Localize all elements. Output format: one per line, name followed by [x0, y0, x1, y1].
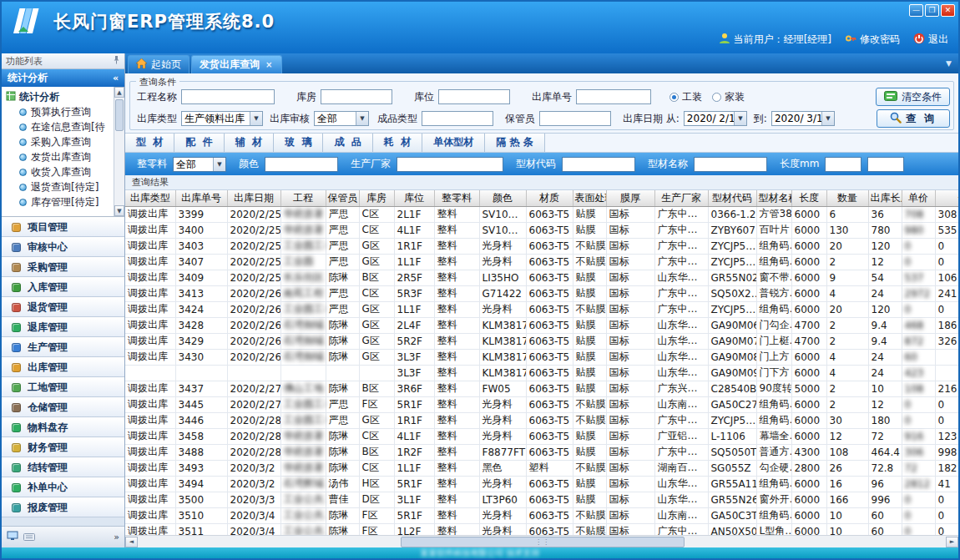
table-row[interactable]: 调拨出库 3429 2020/2/26 石湾御城 陈琳 G区 5R2F 整料 K… [125, 333, 958, 349]
tree-scrollbar[interactable]: ▲ ▼ [114, 87, 124, 216]
tree-item[interactable]: 预算执行查询 [19, 104, 113, 119]
warehouse-input[interactable] [321, 89, 392, 104]
outbound-type-select[interactable]: 生产领料出库 ▼ [181, 111, 263, 126]
collapse-icon[interactable]: « [113, 73, 119, 83]
material-tab[interactable]: 耗 材 [373, 134, 422, 152]
sidebar-menu-item[interactable]: 采购管理 [2, 257, 124, 277]
scroll-right-icon[interactable]: ► [946, 537, 958, 547]
sidebar-menu-item[interactable]: 工地管理 [2, 377, 124, 397]
tree-item[interactable]: 发货出库查询 [19, 149, 113, 164]
table-row[interactable]: 调拨出库 3510 2020/3/4 工业公共工程 陈琳 F区 5R1F 整料 … [125, 507, 958, 523]
material-tab[interactable]: 玻 璃 [274, 134, 323, 152]
table-row[interactable]: 调拨出库 3403 2020/2/25 工业园工程 严思 G区 1R1F 整料 … [125, 238, 958, 254]
column-header[interactable]: 材质 [526, 190, 573, 206]
table-row[interactable]: 调拨出库 3458 2020/2/28 华府原著 陈琳 C区 4L1F 整料 光… [125, 428, 958, 444]
radio-work-clothing[interactable] [669, 93, 679, 102]
column-header[interactable]: 库位 [394, 190, 434, 206]
hscroll-thumb[interactable]: ⋮⋮ [401, 537, 685, 547]
sidebar-menu-item[interactable]: 补单中心 [2, 477, 124, 497]
table-row[interactable]: 调拨出库 3413 2020/2/26 南苑工程 严思 C区 5R3F 整料 G… [125, 285, 958, 301]
horizontal-scrollbar[interactable]: ◄ ⋮⋮ ► [125, 535, 958, 547]
table-row[interactable]: 调拨出库 3500 2020/3/3 工业公共工程 曹佳 D区 3L1F 整料 … [125, 492, 958, 507]
material-tab[interactable]: 隔 热 条 [485, 134, 544, 152]
table-row[interactable]: 调拨出库 3430 2020/2/26 石湾御城 陈琳 G区 3L3F 整料 K… [125, 349, 958, 365]
material-tab[interactable]: 型 材 [125, 134, 174, 152]
sidebar-menu-item[interactable]: 出库管理 [2, 357, 124, 377]
tab-home[interactable]: 起始页 [128, 55, 189, 73]
factory-input[interactable] [397, 157, 503, 172]
column-header[interactable]: 保管员 [326, 190, 359, 206]
column-header[interactable]: 出库类型 [125, 190, 175, 206]
chevron-down-icon[interactable]: ▼ [821, 112, 834, 125]
sidebar-menu-item[interactable]: 生产管理 [2, 337, 124, 357]
tree-item[interactable]: 收货入库查询 [19, 164, 113, 179]
part-select[interactable]: 全部 ▼ [173, 157, 226, 172]
maximize-button[interactable]: ❐ [925, 4, 939, 17]
profile-code-input[interactable] [562, 157, 635, 172]
table-row[interactable]: 调拨出库 3437 2020/2/27 佛山工地 陈琳 B区 3R6F 整料 F… [125, 381, 958, 396]
scroll-down-icon[interactable]: ▼ [114, 205, 124, 216]
table-row[interactable]: 调拨出库 3446 2020/2/28 工业园工程 严思 G区 1R1F 整料 … [125, 412, 958, 428]
column-header[interactable]: 工程 [280, 190, 326, 206]
sidebar-menu-item[interactable]: 结转管理 [2, 457, 124, 477]
monitor-icon[interactable] [7, 531, 18, 543]
table-row[interactable]: 3L3F 整料 KLM3817 6063-T5 贴膜 国标 山东华… GA90M… [125, 365, 958, 381]
column-header[interactable]: 表面处理 [573, 190, 606, 206]
scroll-up-icon[interactable]: ▲ [114, 87, 124, 98]
tab-shipping-query[interactable]: 发货出库查询 × [191, 55, 282, 73]
chevron-down-icon[interactable]: ▼ [734, 112, 746, 125]
sidebar-menu-item[interactable]: 审核中心 [2, 237, 124, 257]
tree-item[interactable]: 采购入库查询 [19, 134, 113, 149]
material-tab[interactable]: 单体型材 [422, 134, 485, 152]
tab-close-icon[interactable]: × [264, 61, 274, 69]
tree-root-stats[interactable]: 统计分析 [6, 89, 113, 104]
sidebar-menu-item[interactable]: 退库管理 [2, 317, 124, 337]
table-row[interactable]: 调拨出库 3493 2020/3/2 华府原著 陈琳 C区 1L1F 整料 黑色… [125, 460, 958, 476]
audit-select[interactable]: 全部 ▼ [314, 111, 369, 126]
tree-item[interactable]: 退货查询[待定] [19, 179, 113, 194]
sidebar-menu-item[interactable]: 财务管理 [2, 437, 124, 457]
chevron-down-icon[interactable]: ▼ [250, 112, 262, 125]
keyboard-icon[interactable] [23, 532, 35, 543]
table-row[interactable]: 调拨出库 3424 2020/2/26 工业园工程 严思 G区 1L1F 整料 … [125, 301, 958, 317]
column-header[interactable]: 库房 [359, 190, 394, 206]
product-type-input[interactable] [422, 111, 493, 126]
table-row[interactable]: 调拨出库 3399 2020/2/25 华府原著 严思 C区 2L1F 整料 S… [125, 206, 958, 222]
date-from-picker[interactable]: 2020/ 2/16 ▼ [684, 111, 747, 126]
sidebar-menu-item[interactable]: 仓储管理 [2, 397, 124, 417]
keeper-input[interactable] [539, 111, 611, 126]
sidebar-menu-item[interactable]: 退货管理 [2, 297, 124, 317]
table-row[interactable]: 调拨出库 3488 2020/2/28 华府原著 陈琳 B区 1R2F 整料 F… [125, 444, 958, 460]
expand-icon[interactable]: » [114, 532, 119, 542]
table-row[interactable]: 调拨出库 3407 2020/2/25 工业园 严思 G区 1L1F 整料 光身… [125, 254, 958, 270]
radio-home-decoration[interactable] [712, 93, 721, 102]
column-header[interactable]: 出库单号 [175, 190, 227, 206]
sidebar-menu-item[interactable]: 报废管理 [2, 497, 124, 517]
tree-item[interactable]: 在途信息查询[待 [19, 119, 113, 134]
tab-list-dropdown-icon[interactable]: ▼ [946, 59, 952, 68]
project-name-input[interactable] [181, 89, 275, 104]
color-input[interactable] [265, 157, 338, 172]
location-input[interactable] [438, 89, 510, 104]
column-header[interactable]: 颜色 [479, 190, 526, 206]
minimize-button[interactable]: — [909, 4, 923, 17]
column-header[interactable]: 整零料 [434, 190, 479, 206]
order-no-input[interactable] [576, 89, 651, 104]
table-row[interactable]: 调拨出库 3400 2020/2/25 华府原著 严思 C区 4L1F 整料 S… [125, 222, 958, 238]
column-header[interactable]: 出库日期 [227, 190, 280, 206]
column-header[interactable]: 出库长度 [868, 190, 902, 206]
sidebar-menu-item[interactable]: 入库管理 [2, 277, 124, 297]
material-tab[interactable]: 配 件 [174, 134, 224, 152]
length-max-input[interactable] [867, 157, 904, 172]
tree-scroll-thumb[interactable] [115, 99, 124, 131]
column-header[interactable]: 生产厂家 [654, 190, 708, 206]
table-row[interactable]: 调拨出库 3409 2020/2/25 长乐街区 陈琳 B区 2R5F 整料 L… [125, 270, 958, 285]
material-tab[interactable]: 成 品 [323, 134, 372, 152]
clear-conditions-button[interactable]: 清空条件 [876, 88, 950, 106]
column-header[interactable]: 型材代码 [708, 190, 756, 206]
column-header[interactable]: 长度 [791, 190, 826, 206]
scroll-left-icon[interactable]: ◄ [125, 537, 138, 547]
sidebar-menu-item[interactable]: 物料盘存 [2, 417, 124, 437]
logout-button[interactable]: 退出 [913, 33, 948, 47]
profile-name-input[interactable] [694, 157, 767, 172]
